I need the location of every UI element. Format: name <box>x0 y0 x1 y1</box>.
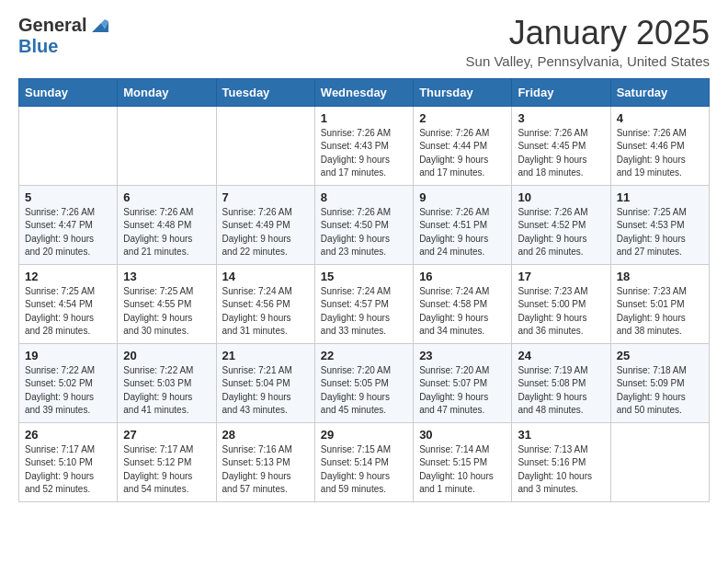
day-number: 30 <box>419 428 506 442</box>
day-info: Sunrise: 7:18 AM Sunset: 5:09 PM Dayligh… <box>617 364 703 418</box>
day-info: Sunrise: 7:22 AM Sunset: 5:02 PM Dayligh… <box>25 364 111 418</box>
calendar-cell: 4Sunrise: 7:26 AM Sunset: 4:46 PM Daylig… <box>610 106 709 185</box>
day-info: Sunrise: 7:19 AM Sunset: 5:08 PM Dayligh… <box>518 364 604 418</box>
calendar-cell: 19Sunrise: 7:22 AM Sunset: 5:02 PM Dayli… <box>19 343 118 422</box>
calendar-body: 1Sunrise: 7:26 AM Sunset: 4:43 PM Daylig… <box>19 106 710 501</box>
day-number: 26 <box>25 428 111 442</box>
day-info: Sunrise: 7:26 AM Sunset: 4:49 PM Dayligh… <box>222 206 309 259</box>
day-info: Sunrise: 7:26 AM Sunset: 4:48 PM Dayligh… <box>123 206 210 259</box>
day-number: 19 <box>25 349 111 362</box>
day-number: 31 <box>518 428 604 442</box>
day-number: 2 <box>419 111 506 125</box>
calendar-week-2: 5Sunrise: 7:26 AM Sunset: 4:47 PM Daylig… <box>19 185 710 264</box>
day-number: 11 <box>617 190 703 204</box>
logo-icon <box>88 16 108 36</box>
day-number: 23 <box>419 349 506 362</box>
day-info: Sunrise: 7:26 AM Sunset: 4:43 PM Dayligh… <box>321 127 407 180</box>
weekday-header-tuesday: Tuesday <box>216 78 314 106</box>
calendar-cell: 5Sunrise: 7:26 AM Sunset: 4:47 PM Daylig… <box>19 185 118 264</box>
calendar-cell: 3Sunrise: 7:26 AM Sunset: 4:45 PM Daylig… <box>512 106 610 185</box>
day-number: 18 <box>617 270 703 283</box>
day-number: 14 <box>222 270 309 283</box>
logo: General Blue <box>18 15 108 57</box>
calendar-header: SundayMondayTuesdayWednesdayThursdayFrid… <box>19 78 710 106</box>
day-number: 24 <box>518 349 604 362</box>
calendar-table: SundayMondayTuesdayWednesdayThursdayFrid… <box>18 78 710 502</box>
day-number: 6 <box>123 190 210 204</box>
day-number: 10 <box>518 190 604 204</box>
day-info: Sunrise: 7:26 AM Sunset: 4:51 PM Dayligh… <box>419 206 506 259</box>
day-info: Sunrise: 7:22 AM Sunset: 5:03 PM Dayligh… <box>123 364 210 418</box>
day-number: 9 <box>419 190 506 204</box>
day-info: Sunrise: 7:24 AM Sunset: 4:57 PM Dayligh… <box>321 285 407 339</box>
calendar-cell: 9Sunrise: 7:26 AM Sunset: 4:51 PM Daylig… <box>414 185 512 264</box>
day-number: 16 <box>419 270 506 283</box>
calendar-cell: 10Sunrise: 7:26 AM Sunset: 4:52 PM Dayli… <box>512 185 610 264</box>
calendar-cell: 21Sunrise: 7:21 AM Sunset: 5:04 PM Dayli… <box>216 343 314 422</box>
day-info: Sunrise: 7:23 AM Sunset: 5:00 PM Dayligh… <box>518 285 604 339</box>
weekday-row: SundayMondayTuesdayWednesdayThursdayFrid… <box>19 78 710 106</box>
day-number: 12 <box>25 270 111 283</box>
day-number: 27 <box>123 428 210 442</box>
day-info: Sunrise: 7:26 AM Sunset: 4:44 PM Dayligh… <box>419 127 506 180</box>
day-info: Sunrise: 7:15 AM Sunset: 5:14 PM Dayligh… <box>321 443 407 497</box>
day-info: Sunrise: 7:26 AM Sunset: 4:47 PM Dayligh… <box>25 206 111 259</box>
calendar-cell <box>118 106 216 185</box>
weekday-header-wednesday: Wednesday <box>314 78 413 106</box>
calendar-week-4: 19Sunrise: 7:22 AM Sunset: 5:02 PM Dayli… <box>19 343 710 422</box>
day-info: Sunrise: 7:24 AM Sunset: 4:58 PM Dayligh… <box>419 285 506 339</box>
day-info: Sunrise: 7:26 AM Sunset: 4:50 PM Dayligh… <box>321 206 407 259</box>
calendar-week-5: 26Sunrise: 7:17 AM Sunset: 5:10 PM Dayli… <box>19 422 710 501</box>
day-number: 17 <box>518 270 604 283</box>
calendar-cell: 29Sunrise: 7:15 AM Sunset: 5:14 PM Dayli… <box>314 422 413 501</box>
calendar-cell: 8Sunrise: 7:26 AM Sunset: 4:50 PM Daylig… <box>314 185 413 264</box>
day-info: Sunrise: 7:14 AM Sunset: 5:15 PM Dayligh… <box>419 443 506 497</box>
day-number: 8 <box>321 190 407 204</box>
calendar-cell: 18Sunrise: 7:23 AM Sunset: 5:01 PM Dayli… <box>610 264 709 343</box>
day-info: Sunrise: 7:26 AM Sunset: 4:45 PM Dayligh… <box>518 127 604 180</box>
day-info: Sunrise: 7:25 AM Sunset: 4:53 PM Dayligh… <box>617 206 703 259</box>
calendar-cell: 28Sunrise: 7:16 AM Sunset: 5:13 PM Dayli… <box>216 422 314 501</box>
day-info: Sunrise: 7:16 AM Sunset: 5:13 PM Dayligh… <box>222 443 309 497</box>
calendar-cell: 26Sunrise: 7:17 AM Sunset: 5:10 PM Dayli… <box>19 422 118 501</box>
day-number: 1 <box>321 111 407 125</box>
weekday-header-monday: Monday <box>118 78 216 106</box>
calendar-cell: 25Sunrise: 7:18 AM Sunset: 5:09 PM Dayli… <box>610 343 709 422</box>
day-info: Sunrise: 7:20 AM Sunset: 5:05 PM Dayligh… <box>321 364 407 418</box>
weekday-header-thursday: Thursday <box>414 78 512 106</box>
calendar-cell <box>19 106 118 185</box>
calendar-cell: 7Sunrise: 7:26 AM Sunset: 4:49 PM Daylig… <box>216 185 314 264</box>
day-number: 15 <box>321 270 407 283</box>
day-info: Sunrise: 7:25 AM Sunset: 4:55 PM Dayligh… <box>123 285 210 339</box>
day-info: Sunrise: 7:26 AM Sunset: 4:46 PM Dayligh… <box>617 127 703 180</box>
calendar-cell: 11Sunrise: 7:25 AM Sunset: 4:53 PM Dayli… <box>610 185 709 264</box>
day-number: 20 <box>123 349 210 362</box>
day-info: Sunrise: 7:17 AM Sunset: 5:12 PM Dayligh… <box>123 443 210 497</box>
calendar-cell: 1Sunrise: 7:26 AM Sunset: 4:43 PM Daylig… <box>314 106 413 185</box>
weekday-header-saturday: Saturday <box>610 78 709 106</box>
weekday-header-friday: Friday <box>512 78 610 106</box>
day-info: Sunrise: 7:21 AM Sunset: 5:04 PM Dayligh… <box>222 364 309 418</box>
calendar-cell: 24Sunrise: 7:19 AM Sunset: 5:08 PM Dayli… <box>512 343 610 422</box>
calendar-cell: 2Sunrise: 7:26 AM Sunset: 4:44 PM Daylig… <box>414 106 512 185</box>
day-number: 22 <box>321 349 407 362</box>
calendar-cell: 15Sunrise: 7:24 AM Sunset: 4:57 PM Dayli… <box>314 264 413 343</box>
calendar-cell: 23Sunrise: 7:20 AM Sunset: 5:07 PM Dayli… <box>414 343 512 422</box>
calendar-cell: 22Sunrise: 7:20 AM Sunset: 5:05 PM Dayli… <box>314 343 413 422</box>
calendar-cell: 30Sunrise: 7:14 AM Sunset: 5:15 PM Dayli… <box>414 422 512 501</box>
calendar-cell: 13Sunrise: 7:25 AM Sunset: 4:55 PM Dayli… <box>118 264 216 343</box>
calendar-cell: 17Sunrise: 7:23 AM Sunset: 5:00 PM Dayli… <box>512 264 610 343</box>
day-info: Sunrise: 7:17 AM Sunset: 5:10 PM Dayligh… <box>25 443 111 497</box>
calendar-cell <box>610 422 709 501</box>
logo-blue-text: Blue <box>18 36 58 57</box>
day-info: Sunrise: 7:26 AM Sunset: 4:52 PM Dayligh… <box>518 206 604 259</box>
day-number: 7 <box>222 190 309 204</box>
day-number: 4 <box>617 111 703 125</box>
calendar-week-3: 12Sunrise: 7:25 AM Sunset: 4:54 PM Dayli… <box>19 264 710 343</box>
day-info: Sunrise: 7:24 AM Sunset: 4:56 PM Dayligh… <box>222 285 309 339</box>
location-subtitle: Sun Valley, Pennsylvania, United States <box>466 53 710 69</box>
day-number: 29 <box>321 428 407 442</box>
weekday-header-sunday: Sunday <box>19 78 118 106</box>
calendar-week-1: 1Sunrise: 7:26 AM Sunset: 4:43 PM Daylig… <box>19 106 710 185</box>
calendar-cell: 12Sunrise: 7:25 AM Sunset: 4:54 PM Dayli… <box>19 264 118 343</box>
